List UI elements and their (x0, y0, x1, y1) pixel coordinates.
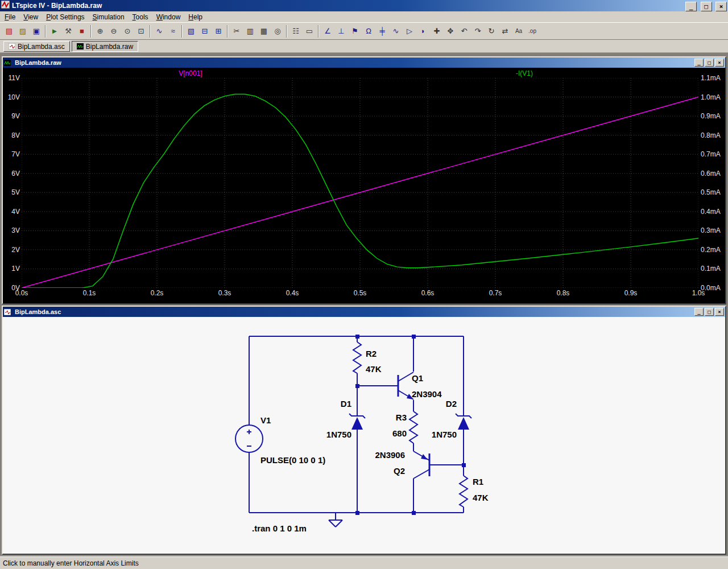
undo-button[interactable]: ↶ (457, 24, 471, 38)
zoom-in-button[interactable]: ⊕ (93, 24, 107, 38)
menu-plot-settings[interactable]: Plot Settings (42, 12, 88, 22)
label-r3-value[interactable]: 680 (392, 428, 407, 438)
label-d1-value[interactable]: 1N750 (326, 430, 351, 439)
print-setup-button[interactable]: ☷ (289, 24, 303, 38)
zoom-area-button[interactable]: ⊡ (134, 24, 148, 38)
resistor-r1[interactable] (460, 476, 468, 507)
save-button[interactable]: ▣ (30, 24, 43, 38)
paste-button[interactable]: ▦ (257, 24, 271, 38)
label-r3-name[interactable]: R3 (396, 413, 407, 422)
label-v1-name[interactable]: V1 (260, 415, 271, 425)
close-button[interactable]: × (715, 2, 727, 11)
label-r2-name[interactable]: R2 (366, 349, 377, 358)
menu-help[interactable]: Help (184, 12, 206, 22)
x-tick-label: 0.8s (551, 289, 576, 297)
trace-iv1[interactable] (22, 94, 698, 288)
label-q1-name[interactable]: Q1 (412, 373, 423, 383)
waveform-minimize-button[interactable]: _ (694, 59, 704, 67)
net-label-button[interactable]: ⚑ (348, 24, 362, 38)
diode-button[interactable]: ▷ (403, 24, 416, 38)
schematic-maximize-button[interactable]: □ (705, 308, 714, 316)
waveform-window-titlebar[interactable]: BipLambda.raw _ □ × (3, 57, 725, 68)
menu-bar: FileViewPlot SettingsSimulationToolsWind… (0, 11, 728, 22)
menu-view[interactable]: View (19, 12, 42, 22)
tab-biplambda.asc[interactable]: BipLambda.asc (3, 41, 70, 52)
label-d2-value[interactable]: 1N750 (432, 430, 457, 439)
label-r1-name[interactable]: R1 (473, 477, 483, 486)
schematic-window-titlebar[interactable]: BipLambda.asc _ □ × (3, 307, 725, 317)
text-icon: Aa (515, 28, 522, 34)
menu-simulation[interactable]: Simulation (89, 12, 129, 22)
copy-button[interactable]: ▥ (243, 24, 257, 38)
resistor-r2[interactable] (353, 342, 361, 373)
transistor-q1[interactable] (398, 372, 413, 399)
spice-directive-icon: .op (528, 28, 536, 34)
capacitor-button[interactable]: ╪ (375, 24, 389, 38)
zener-diode-d2[interactable] (456, 414, 471, 430)
open-file-button[interactable]: ▨ (16, 24, 30, 38)
maximize-button[interactable]: □ (701, 2, 712, 11)
label-q2-name[interactable]: Q2 (394, 466, 405, 476)
control-panel-button[interactable]: ⚒ (61, 24, 75, 38)
move-button[interactable]: ✚ (430, 24, 444, 38)
label-spice-directive[interactable]: .tran 0 1 0 1m (252, 523, 307, 533)
tile-vertically-button[interactable]: ⊞ (212, 24, 225, 38)
zoom-back-button[interactable]: ⊖ (107, 24, 121, 38)
redo-button[interactable]: ↷ (471, 24, 485, 38)
menu-tools[interactable]: Tools (129, 12, 152, 22)
label-v1-value[interactable]: PULSE(0 10 0 1) (260, 455, 325, 465)
cascade-windows-button[interactable]: ▧ (184, 24, 198, 38)
x-tick-label: 1.0s (686, 289, 711, 297)
wire-icon: ∠ (324, 27, 331, 35)
halt-simulation-button[interactable]: ■ (75, 24, 89, 38)
toolbar-separator (150, 25, 151, 38)
schematic-minimize-button[interactable]: _ (694, 308, 704, 316)
drag-button[interactable]: ✥ (444, 24, 457, 38)
plot-canvas[interactable] (22, 78, 698, 288)
tile-horizontally-button[interactable]: ⊟ (198, 24, 212, 38)
waveform-maximize-button[interactable]: □ (705, 59, 714, 67)
rotate-button[interactable]: ↻ (485, 24, 498, 38)
find-button[interactable]: ◎ (271, 24, 284, 38)
voltage-source-v1[interactable] (235, 425, 263, 452)
mirror-button[interactable]: ⇄ (498, 24, 512, 38)
schematic-close-button[interactable]: × (715, 308, 724, 316)
ground-button[interactable]: ⊥ (334, 24, 348, 38)
component-button[interactable]: ◗ (416, 24, 430, 38)
transistor-q2[interactable] (413, 451, 429, 479)
y-left-tick-label: 11V (3, 74, 20, 82)
wire-button[interactable]: ∠ (321, 24, 334, 38)
autorange-y-axis-button[interactable]: ∿ (152, 24, 166, 38)
tab-biplambda.raw[interactable]: BipLambda.raw (72, 41, 138, 52)
trace-label-iv1[interactable]: -I(V1) (516, 69, 533, 77)
minimize-button[interactable]: _ (685, 2, 697, 11)
trace-label-vn001[interactable]: V[n001] (179, 69, 202, 77)
y-left-tick-label: 10V (3, 93, 20, 101)
text-button[interactable]: Aa (512, 24, 526, 38)
trace-vn001[interactable] (22, 97, 698, 288)
cut-button[interactable]: ✂ (230, 24, 243, 38)
zoom-full-extents-button[interactable]: ⊙ (121, 24, 134, 38)
menu-file[interactable]: File (1, 12, 19, 22)
ground-symbol[interactable] (329, 520, 342, 527)
label-d2-name[interactable]: D2 (446, 399, 457, 409)
resistor-button[interactable]: Ω (362, 24, 375, 38)
schematic-canvas[interactable]: V1 PULSE(0 10 0 1) R2 47K Q1 2N3904 D1 1… (3, 317, 725, 554)
resistor-r3[interactable] (410, 411, 417, 443)
label-r1-value[interactable]: 47K (473, 493, 489, 502)
waveform-close-button[interactable]: × (715, 59, 724, 67)
print-button[interactable]: ▭ (303, 24, 316, 38)
waveform-plot-area[interactable]: V[n001]-I(V1)0V0.0mA1V0.1mA2V0.2mA3V0.3m… (3, 68, 725, 303)
menu-window[interactable]: Window (152, 12, 185, 22)
inductor-button[interactable]: ∿ (389, 24, 403, 38)
plot-settings-button[interactable]: ≈ (166, 24, 180, 38)
new-schematic-button[interactable]: ▤ (2, 24, 16, 38)
label-q1-value[interactable]: 2N3904 (412, 389, 442, 399)
run-simulation-button[interactable]: ► (48, 24, 61, 38)
label-r2-value[interactable]: 47K (366, 364, 382, 374)
label-q2-value[interactable]: 2N3906 (375, 450, 405, 460)
zener-diode-d1[interactable] (349, 414, 365, 430)
label-d1-name[interactable]: D1 (341, 399, 351, 409)
open-file-icon: ▨ (19, 27, 26, 35)
spice-directive-button[interactable]: .op (526, 24, 539, 38)
